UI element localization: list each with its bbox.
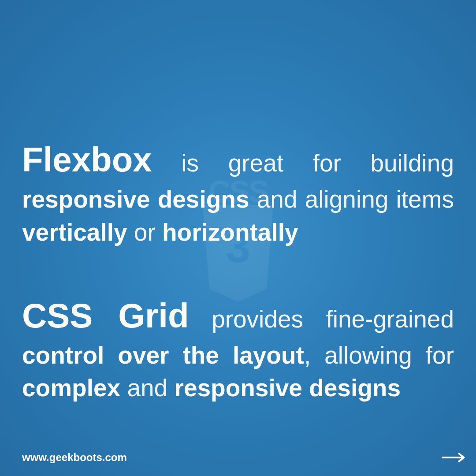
text-responsive-designs: responsive designs xyxy=(22,186,249,213)
footer: www.geekboots.com xyxy=(22,451,465,464)
text-segment: or xyxy=(127,219,162,246)
website-url[interactable]: www.geekboots.com xyxy=(22,451,127,464)
flexbox-paragraph: Flexbox is great for building responsive… xyxy=(22,137,454,249)
text-horizontally: horizontally xyxy=(162,219,298,246)
text-segment: and xyxy=(120,374,174,402)
text-segment: is great for building xyxy=(152,149,454,177)
text-segment: and aligning items xyxy=(249,186,454,213)
text-complex: complex xyxy=(22,374,120,402)
arrow-right-icon xyxy=(441,452,465,463)
text-control-layout: control over the layout xyxy=(22,342,304,369)
text-responsive-designs-2: responsive de­signs xyxy=(174,374,401,402)
text-segment: , allowing for xyxy=(304,342,454,369)
main-content: Flexbox is great for building responsive… xyxy=(22,137,454,449)
text-flexbox: Flexbox xyxy=(22,140,152,179)
text-segment: provides fine-grained xyxy=(189,305,454,333)
grid-paragraph: CSS Grid provides fine-grained control o… xyxy=(22,293,454,405)
text-css-grid: CSS Grid xyxy=(22,296,189,335)
text-vertically: vertically xyxy=(22,219,127,246)
